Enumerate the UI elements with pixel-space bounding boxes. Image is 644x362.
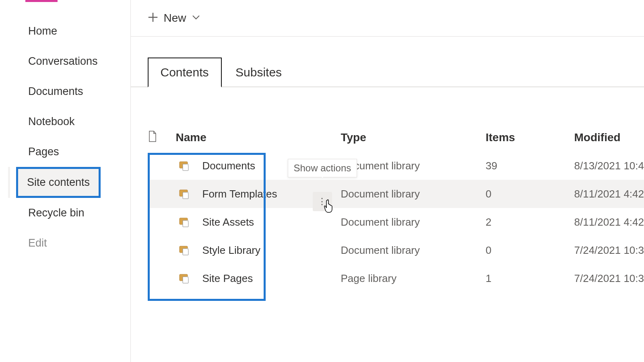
row-modified: 7/24/2021 10:3	[574, 244, 644, 257]
new-button[interactable]: New	[164, 12, 186, 25]
row-items: 39	[486, 160, 574, 172]
col-items[interactable]: Items	[486, 131, 574, 144]
row-name: Documents	[202, 160, 256, 172]
row-items: 2	[486, 216, 574, 228]
row-type: Document library	[341, 160, 486, 172]
nav-item-recycle-bin[interactable]: Recycle bin	[0, 198, 130, 228]
row-modified: 8/11/2021 4:42	[574, 188, 644, 200]
row-type: Document library	[341, 188, 420, 200]
table-row[interactable]: Site Pages Page library 1 7/24/2021 10:3	[148, 264, 644, 292]
nav-item-site-contents-label: Site contents	[16, 167, 101, 198]
nav-item-notebook[interactable]: Notebook	[0, 107, 130, 137]
row-type: Document library	[341, 216, 486, 228]
col-type[interactable]: Type	[341, 131, 486, 144]
row-modified: 8/11/2021 4:42	[574, 216, 644, 228]
library-icon	[179, 245, 191, 256]
nav-edit-link[interactable]: Edit	[0, 228, 130, 258]
command-bar: New	[131, 0, 644, 37]
row-items: 1	[486, 272, 574, 285]
library-icon	[179, 160, 191, 171]
table-row[interactable]: Form Templates ⋮ Document library 0 8/11…	[148, 180, 644, 208]
col-modified[interactable]: Modified	[574, 131, 644, 144]
col-name[interactable]: Name	[176, 131, 341, 144]
library-icon	[179, 188, 191, 200]
tab-subsites[interactable]: Subsites	[223, 58, 294, 86]
library-icon	[179, 273, 191, 284]
library-icon	[179, 216, 191, 228]
app-root: Home Conversations Documents Notebook Pa…	[0, 0, 644, 362]
more-actions-button[interactable]: ⋮	[313, 192, 332, 211]
nav-list: Home Conversations Documents Notebook Pa…	[0, 16, 130, 258]
table-row[interactable]: Documents Document library 39 8/13/2021 …	[148, 152, 644, 180]
table-header: Name Type Items Modified	[148, 123, 644, 152]
row-name: Form Templates	[202, 188, 277, 200]
row-items: 0	[486, 188, 574, 200]
row-name: Site Pages	[202, 272, 253, 285]
table-row[interactable]: Style Library Document library 0 7/24/20…	[148, 236, 644, 264]
tabs: Contents Subsites	[131, 37, 644, 87]
nav-item-pages[interactable]: Pages	[0, 137, 130, 167]
contents-table: Name Type Items Modified Documents Docum…	[131, 123, 644, 292]
main-area: New Contents Subsites Name Type Items Mo…	[131, 0, 644, 362]
row-name: Style Library	[202, 244, 261, 257]
table-row[interactable]: Site Assets Document library 2 8/11/2021…	[148, 208, 644, 236]
chevron-down-icon[interactable]	[192, 14, 200, 22]
row-type: Document library	[341, 244, 486, 257]
nav-item-home[interactable]: Home	[0, 16, 130, 46]
nav-item-documents[interactable]: Documents	[0, 76, 130, 107]
plus-icon	[147, 11, 159, 25]
nav-item-site-contents[interactable]: Site contents	[0, 167, 130, 198]
tooltip-show-actions: Show actions	[288, 159, 357, 177]
row-items: 0	[486, 244, 574, 257]
nav-item-conversations[interactable]: Conversations	[0, 46, 130, 76]
row-name: Site Assets	[202, 216, 254, 228]
row-modified: 7/24/2021 10:3	[574, 272, 644, 285]
file-icon	[148, 130, 176, 145]
row-modified: 8/13/2021 10:4	[574, 160, 644, 172]
left-nav: Home Conversations Documents Notebook Pa…	[0, 0, 131, 362]
tab-contents[interactable]: Contents	[148, 58, 222, 87]
row-type: Page library	[341, 272, 486, 285]
